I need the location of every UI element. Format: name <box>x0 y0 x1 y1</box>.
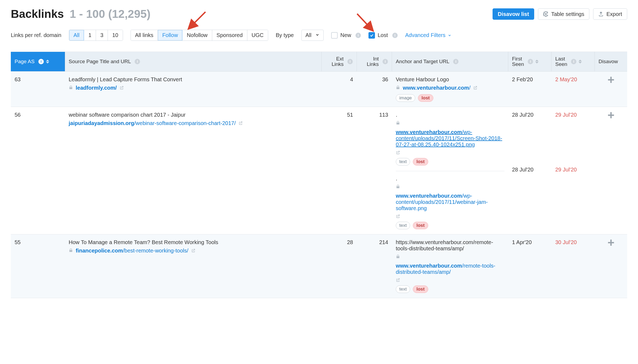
link-type-option-nofollow[interactable]: Nofollow <box>182 30 212 41</box>
table-body: 63Leadformly | Lead Capture Forms That C… <box>11 72 627 298</box>
external-link-icon[interactable] <box>238 121 243 125</box>
lock-icon <box>396 254 400 260</box>
ext-links-value: 51 <box>322 107 357 234</box>
target-link[interactable]: www.ventureharbour.com/remote-tools-dist… <box>396 263 504 275</box>
lost-checkbox[interactable]: Lost i <box>368 32 398 39</box>
add-disavow-button[interactable]: + <box>607 112 614 119</box>
anchor-block: .www.ventureharbour.com/wp-content/uploa… <box>396 112 504 166</box>
col-page-as[interactable]: Page AS i <box>11 52 65 71</box>
external-link-icon[interactable] <box>473 86 477 90</box>
link-type-option-all-links[interactable]: All links <box>131 30 158 41</box>
page-title: Backlinks 1 - 100 (12,295) <box>11 8 151 21</box>
info-icon[interactable]: i <box>392 33 398 38</box>
link-type-segment: All linksFollowNofollowSponsoredUGC <box>131 30 268 41</box>
last-seen-cell: 2 May'20 <box>551 72 595 107</box>
anchor-cell: https://www.ventureharbour.com/remote-to… <box>392 234 508 298</box>
info-icon[interactable]: i <box>528 59 533 64</box>
add-disavow-button[interactable]: + <box>607 76 614 83</box>
col-ext-links[interactable]: ExtLinks i <box>322 52 357 71</box>
external-link-icon[interactable] <box>396 278 400 282</box>
info-icon[interactable]: i <box>38 59 44 64</box>
chevron-down-icon <box>448 33 451 37</box>
info-icon[interactable]: i <box>135 59 140 64</box>
source-title: webinar software comparison chart 2017 -… <box>69 112 318 118</box>
page-as-value: 55 <box>11 234 65 298</box>
info-icon[interactable]: i <box>347 59 353 64</box>
chip-image: image <box>396 94 415 102</box>
source-link[interactable]: financepolice.com/best-remote-working-to… <box>76 248 188 254</box>
first-seen-value: 2 Feb'20 <box>512 76 548 83</box>
per-domain-option-10[interactable]: 10 <box>108 30 122 41</box>
col-source[interactable]: Source Page Title and URL i <box>65 52 322 71</box>
external-link-icon[interactable] <box>119 86 124 90</box>
per-domain-option-all[interactable]: All <box>69 30 84 41</box>
links-per-domain-label: Links per ref. domain <box>11 32 61 38</box>
chip-lost: lost <box>413 158 428 166</box>
source-link[interactable]: leadformly.com/ <box>76 85 117 91</box>
target-link[interactable]: www.ventureharbour.com/ <box>403 85 470 91</box>
links-per-domain-segment: All1310 <box>69 30 123 41</box>
table-settings-button[interactable]: Table settings <box>538 8 589 20</box>
export-button[interactable]: Export <box>593 8 627 20</box>
info-icon[interactable]: i <box>571 59 576 64</box>
source-link[interactable]: jaipuriadayadmission.org/webinar-softwar… <box>69 120 236 126</box>
backlinks-table: Page AS i Source Page Title and URL i Ex… <box>11 52 627 298</box>
add-disavow-button[interactable]: + <box>607 239 614 246</box>
first-seen-cell: 2 Feb'20 <box>508 72 551 107</box>
target-link[interactable]: www.ventureharbour.com/wp-content/upload… <box>396 193 504 211</box>
filters-toolbar: Links per ref. domain All1310 All linksF… <box>11 30 627 41</box>
link-type-option-sponsored[interactable]: Sponsored <box>212 30 247 41</box>
chevron-down-icon <box>315 32 320 38</box>
source-url[interactable]: jaipuriadayadmission.org/webinar-softwar… <box>69 120 318 126</box>
source-url[interactable]: financepolice.com/best-remote-working-to… <box>69 248 318 254</box>
disavow-list-button[interactable]: Disavow list <box>493 8 534 20</box>
target-url[interactable]: www.ventureharbour.com/wp-content/upload… <box>396 184 504 218</box>
source-title: Leadformly | Lead Capture Forms That Con… <box>69 76 318 83</box>
target-link[interactable]: www.ventureharbour.com/wp-content/upload… <box>396 129 504 148</box>
first-seen-value: 1 Apr'20 <box>512 239 548 245</box>
sort-icon[interactable] <box>46 60 49 63</box>
link-type-option-ugc[interactable]: UGC <box>247 30 268 41</box>
result-range: 1 - 100 (12,295) <box>70 8 151 20</box>
external-link-icon[interactable] <box>191 248 195 253</box>
header-actions: Disavow list Table settings Export <box>493 8 627 20</box>
per-domain-option-1[interactable]: 1 <box>84 30 96 41</box>
chip-lost: lost <box>418 94 433 102</box>
chips: textlost <box>396 222 504 229</box>
first-seen-value: 28 Jul'20 <box>512 112 548 118</box>
table-row: 63Leadformly | Lead Capture Forms That C… <box>11 72 627 107</box>
per-domain-option-3[interactable]: 3 <box>96 30 108 41</box>
col-anchor[interactable]: Anchor and Target URL i <box>392 52 508 71</box>
page-header: Backlinks 1 - 100 (12,295) Disavow list … <box>11 8 627 21</box>
first-seen-cell: 1 Apr'20 <box>508 234 551 298</box>
target-url[interactable]: www.ventureharbour.com/ <box>396 85 504 91</box>
sort-icon[interactable] <box>579 60 582 63</box>
link-type-option-follow[interactable]: Follow <box>158 30 182 41</box>
disavow-cell: + <box>595 234 627 298</box>
target-url[interactable]: www.ventureharbour.com/remote-tools-dist… <box>396 254 504 282</box>
checkbox-icon <box>331 32 338 39</box>
int-links-value: 214 <box>357 234 392 298</box>
ext-links-value: 4 <box>322 72 357 107</box>
external-link-icon[interactable] <box>396 214 400 218</box>
info-icon[interactable]: i <box>453 59 458 64</box>
col-last-seen[interactable]: LastSeen i <box>551 52 595 71</box>
anchor-text: https://www.ventureharbour.com/remote-to… <box>396 239 504 252</box>
by-type-label: By type <box>276 32 294 38</box>
disavow-cell: + <box>595 72 627 107</box>
first-seen-cell: 28 Jul'2028 Jul'20 <box>508 107 551 234</box>
col-first-seen[interactable]: FirstSeen i <box>508 52 551 71</box>
info-icon[interactable]: i <box>355 33 361 38</box>
advanced-filters-link[interactable]: Advanced Filters <box>405 32 451 38</box>
target-url[interactable]: www.ventureharbour.com/wp-content/upload… <box>396 120 504 155</box>
external-link-icon[interactable] <box>396 150 400 155</box>
source-url[interactable]: leadformly.com/ <box>69 85 318 91</box>
table-row: 56webinar software comparison chart 2017… <box>11 107 627 234</box>
last-seen-value: 29 Jul'20 <box>555 112 591 118</box>
info-icon[interactable]: i <box>383 59 388 64</box>
sort-icon[interactable] <box>535 60 539 63</box>
new-checkbox[interactable]: New i <box>331 32 361 39</box>
col-int-links[interactable]: IntLinks i <box>357 52 392 71</box>
checkbox-icon <box>368 32 375 39</box>
by-type-select[interactable]: All <box>301 30 324 41</box>
